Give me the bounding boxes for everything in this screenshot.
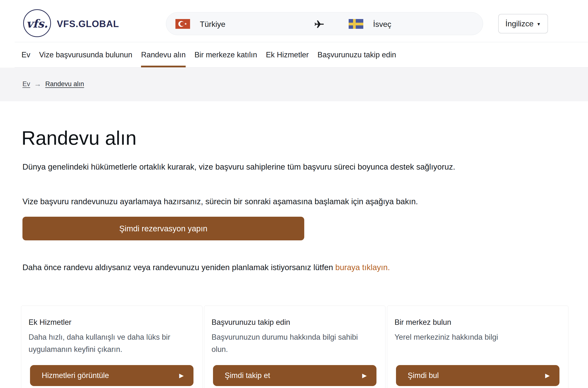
nav-item-randevu-alin[interactable]: Randevu alın [141,42,186,68]
view-services-button[interactable]: Hizmetleri görüntüle ▶ [30,365,193,386]
destination-country-label: İsveç [373,20,391,29]
play-arrow-icon: ▶ [179,372,184,379]
track-now-button[interactable]: Şimdi takip et ▶ [213,365,376,386]
route-selector[interactable]: ★ Türkiye İsveç [166,12,483,35]
card-button-label: Şimdi bul [408,371,439,380]
card-ek-hizmetler: Ek Hizmetler Daha hızlı, daha kullanışlı… [21,306,203,388]
breadcrumb-band: Ev → Randevu alın [0,68,588,101]
nav-item-vize-basvurusunda-bulunun[interactable]: Vize başvurusunda bulunun [39,42,132,68]
reschedule-paragraph: Daha önce randevu aldıysanız veya randev… [23,262,390,273]
breadcrumb-home-link[interactable]: Ev [23,80,30,88]
nav-item-ev[interactable]: Ev [22,42,30,68]
turkey-flag-icon: ★ [175,19,190,29]
card-title: Başvurunuzu takip edin [212,318,378,327]
language-label: İngilizce [505,19,534,28]
reschedule-link[interactable]: buraya tıklayın. [335,263,390,272]
language-selector-button[interactable]: İngilizce ▼ [498,14,548,33]
nav-item-bir-merkeze-katilin[interactable]: Bir merkeze katılın [194,42,257,68]
play-arrow-icon: ▶ [362,372,367,379]
nav-item-basvurunuzu-takip-edin[interactable]: Başvurunuzu takip edin [317,42,396,68]
card-title: Bir merkez bulun [395,318,561,327]
card-description: Daha hızlı, daha kullanışlı ve daha lüks… [28,331,187,356]
main-nav: Ev Vize başvurusunda bulunun Randevu alı… [0,42,588,68]
intro-paragraph: Dünya genelindeki hükümetlerle ortaklık … [23,161,455,172]
breadcrumb: Ev → Randevu alın [23,80,84,88]
plane-icon [313,19,325,30]
feature-cards: Ek Hizmetler Daha hızlı, daha kullanışlı… [21,306,568,388]
origin-country-label: Türkiye [200,20,225,29]
vfs-logo[interactable]: vfs. [23,9,51,37]
logo-monogram: vfs. [26,17,48,30]
card-description: Yerel merkeziniz hakkında bilgi [395,331,553,343]
chevron-down-icon: ▼ [537,22,541,27]
sweden-flag-icon [349,19,363,29]
card-button-label: Şimdi takip et [225,371,270,380]
card-description: Başvurunuzun durumu hakkında bilgi sahib… [212,331,370,356]
reschedule-text: Daha önce randevu aldıysanız veya randev… [23,263,335,272]
card-basvurunuzu-takip-edin: Başvurunuzu takip edin Başvurunuzun duru… [204,306,385,388]
card-title: Ek Hizmetler [28,318,195,327]
card-bir-merkez-bulun: Bir merkez bulun Yerel merkeziniz hakkın… [387,306,568,388]
cta-lead-paragraph: Vize başvuru randevunuzu ayarlamaya hazı… [23,196,418,207]
flag-star: ★ [184,22,187,25]
page-title: Randevu alın [22,127,136,149]
play-arrow-icon: ▶ [545,372,550,379]
logo-wordmark: VFS.GLOBAL [57,19,119,29]
nav-item-ek-hizmetler[interactable]: Ek Hizmetler [266,42,309,68]
find-now-button[interactable]: Şimdi bul ▶ [396,365,560,386]
breadcrumb-current-link[interactable]: Randevu alın [45,80,84,88]
book-now-button[interactable]: Şimdi rezervasyon yapın [23,217,304,240]
page: vfs. VFS.GLOBAL ★ Türkiye İsveç İngilizc… [0,0,588,388]
card-button-label: Hizmetleri görüntüle [42,371,109,380]
breadcrumb-arrow-icon: → [34,80,42,88]
